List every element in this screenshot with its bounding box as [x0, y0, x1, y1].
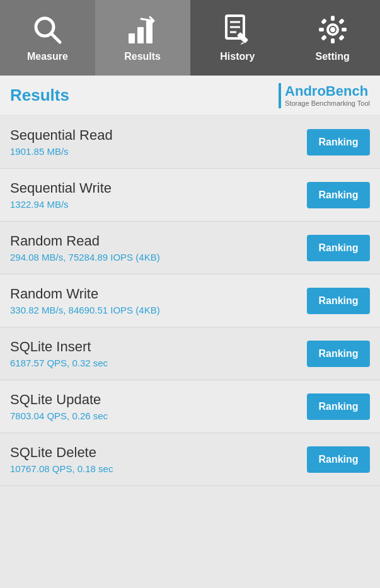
svg-rect-14: [331, 16, 335, 21]
result-value: 6187.57 QPS, 0.32 sec: [10, 358, 108, 368]
svg-rect-2: [129, 33, 135, 43]
result-name: Random Write: [10, 286, 160, 302]
result-name: SQLite Delete: [10, 444, 113, 461]
page-header: Results AndroBench Storage Benchmarking …: [0, 76, 380, 116]
result-info: SQLite Delete 10767.08 QPS, 0.18 sec: [10, 444, 113, 474]
nav-item-results[interactable]: Results: [95, 0, 190, 76]
navigation-bar: Measure Results: [0, 0, 380, 76]
measure-label: Measure: [27, 51, 68, 62]
result-row: SQLite Insert 6187.57 QPS, 0.32 sec Rank…: [0, 327, 380, 380]
history-label: History: [220, 51, 255, 62]
ranking-button[interactable]: Ranking: [307, 341, 370, 367]
svg-rect-3: [137, 27, 144, 43]
result-value: 10767.08 QPS, 0.18 sec: [10, 463, 113, 474]
history-icon: [221, 13, 254, 46]
result-row: SQLite Delete 10767.08 QPS, 0.18 sec Ran…: [0, 433, 380, 486]
ranking-button[interactable]: Ranking: [307, 129, 370, 155]
results-label: Results: [124, 51, 161, 62]
ranking-button[interactable]: Ranking: [307, 182, 370, 208]
svg-rect-20: [321, 35, 327, 41]
ranking-button[interactable]: Ranking: [307, 288, 370, 314]
result-name: SQLite Insert: [10, 339, 108, 355]
result-value: 7803.04 QPS, 0.26 sec: [10, 410, 108, 421]
measure-icon: [31, 13, 64, 46]
ranking-button[interactable]: Ranking: [307, 446, 370, 473]
result-info: SQLite Update 7803.04 QPS, 0.26 sec: [10, 392, 108, 421]
result-row: Sequential Write 1322.94 MB/s Ranking: [0, 169, 380, 222]
svg-rect-15: [331, 38, 335, 43]
logo-text: AndroBench Storage Benchmarking Tool: [285, 84, 370, 106]
result-value: 1901.85 MB/s: [10, 146, 113, 157]
ranking-button[interactable]: Ranking: [307, 235, 370, 261]
result-info: SQLite Insert 6187.57 QPS, 0.32 sec: [10, 339, 108, 368]
logo-main: AndroBench: [285, 84, 370, 99]
setting-icon: [316, 13, 349, 46]
svg-line-1: [51, 33, 60, 42]
svg-rect-16: [319, 28, 324, 31]
result-info: Random Write 330.82 MB/s, 84690.51 IOPS …: [10, 286, 160, 315]
results-list: Sequential Read 1901.85 MB/s Ranking Seq…: [0, 116, 380, 486]
result-row: SQLite Update 7803.04 QPS, 0.26 sec Rank…: [0, 380, 380, 433]
result-info: Sequential Write 1322.94 MB/s: [10, 180, 112, 210]
result-info: Sequential Read 1901.85 MB/s: [10, 127, 113, 157]
result-info: Random Read 294.08 MB/s, 75284.89 IOPS (…: [10, 233, 160, 263]
ranking-button[interactable]: Ranking: [307, 393, 370, 420]
nav-item-history[interactable]: History: [190, 0, 285, 76]
svg-point-13: [330, 27, 335, 32]
nav-item-measure[interactable]: Measure: [0, 0, 95, 76]
result-row: Sequential Read 1901.85 MB/s Ranking: [0, 116, 380, 169]
result-name: Sequential Write: [10, 180, 112, 196]
logo-bench: Bench: [326, 83, 368, 99]
result-value: 1322.94 MB/s: [10, 199, 112, 210]
svg-rect-17: [342, 28, 347, 31]
nav-item-setting[interactable]: Setting: [285, 0, 380, 76]
result-value: 294.08 MB/s, 75284.89 IOPS (4KB): [10, 252, 160, 263]
svg-rect-18: [321, 18, 327, 25]
result-row: Random Read 294.08 MB/s, 75284.89 IOPS (…: [0, 222, 380, 274]
result-name: SQLite Update: [10, 392, 108, 408]
result-value: 330.82 MB/s, 84690.51 IOPS (4KB): [10, 305, 160, 315]
svg-rect-21: [338, 35, 345, 41]
logo-area: AndroBench Storage Benchmarking Tool: [279, 83, 370, 108]
setting-label: Setting: [316, 51, 350, 62]
svg-rect-19: [338, 18, 345, 25]
result-row: Random Write 330.82 MB/s, 84690.51 IOPS …: [0, 274, 380, 327]
logo-bar: [279, 83, 281, 108]
page-title: Results: [10, 86, 69, 105]
result-name: Random Read: [10, 233, 160, 249]
logo-andro: Andro: [285, 83, 326, 99]
results-icon: [126, 13, 159, 46]
result-name: Sequential Read: [10, 127, 113, 144]
logo-subtitle: Storage Benchmarking Tool: [285, 99, 370, 107]
svg-marker-11: [240, 42, 244, 45]
